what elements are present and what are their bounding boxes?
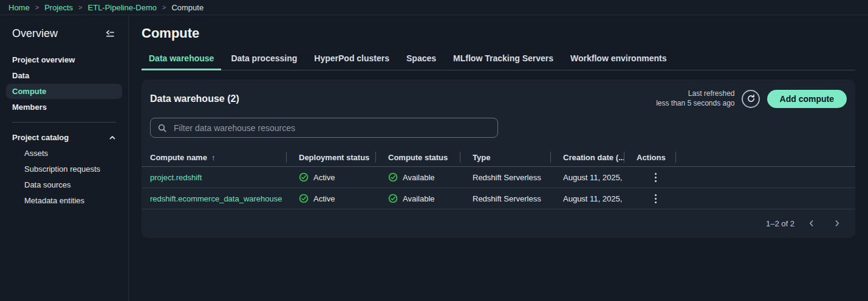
column-header-deployment-status[interactable]: Deployment status xyxy=(287,148,376,166)
column-header-spacer xyxy=(676,148,855,166)
tab-data-warehouse[interactable]: Data warehouse xyxy=(142,51,221,70)
sidebar-item-label: Assets xyxy=(24,149,48,158)
deployment-status-text: Active xyxy=(313,194,335,203)
breadcrumb-projects-link[interactable]: Projects xyxy=(44,3,73,12)
last-refreshed-text: Last refreshed less than 5 seconds ago xyxy=(656,89,734,108)
column-label: Actions xyxy=(637,153,666,162)
compute-status-text: Available xyxy=(403,194,435,203)
sidebar-item-data-sources[interactable]: Data sources xyxy=(6,177,122,192)
creation-date-cell: August 11, 2025, 06: xyxy=(551,173,624,182)
sidebar-item-assets[interactable]: Assets xyxy=(6,146,122,161)
breadcrumb-separator-icon: > xyxy=(35,4,39,11)
filter-container xyxy=(150,118,498,138)
column-header-compute-name[interactable]: Compute name ↑ xyxy=(142,148,287,166)
success-status-icon xyxy=(299,172,309,182)
sidebar-item-label: Project overview xyxy=(12,55,75,64)
column-label: Creation date (... xyxy=(563,153,624,162)
search-icon xyxy=(158,124,166,132)
breadcrumb-current-page: Compute xyxy=(171,3,203,12)
type-cell: Redshift Serverless xyxy=(460,173,551,182)
sort-ascending-icon[interactable]: ↑ xyxy=(211,153,216,162)
chevron-right-icon xyxy=(833,220,841,227)
next-page-button[interactable] xyxy=(829,217,846,229)
success-status-icon xyxy=(299,194,309,203)
table-header-row: Compute name ↑ Deployment status Compute… xyxy=(142,148,855,167)
type-cell: Redshift Serverless xyxy=(460,194,551,203)
collapse-panel-icon xyxy=(105,29,115,39)
tab-hyperpod-clusters[interactable]: HyperPod clusters xyxy=(307,51,397,70)
sidebar-item-compute[interactable]: Compute xyxy=(6,84,122,99)
collapse-sidebar-button[interactable] xyxy=(104,28,116,40)
breadcrumb-separator-icon: > xyxy=(78,4,82,11)
column-header-actions[interactable]: Actions xyxy=(624,148,676,166)
success-status-icon xyxy=(388,194,398,203)
sidebar-divider xyxy=(12,122,116,123)
sidebar-item-label: Data sources xyxy=(24,180,71,189)
column-label: Deployment status xyxy=(299,153,369,162)
sidebar-item-label: Members xyxy=(12,103,47,112)
sidebar-section-label: Project catalog xyxy=(12,133,69,142)
chevron-left-icon xyxy=(808,220,815,227)
row-actions-kebab-button[interactable] xyxy=(651,191,660,207)
sidebar-item-metadata-entities[interactable]: Metadata entities xyxy=(6,193,122,208)
sidebar-item-label: Compute xyxy=(12,87,46,96)
breadcrumb-separator-icon: > xyxy=(162,4,166,11)
row-actions-kebab-button[interactable] xyxy=(651,169,660,186)
page-title: Compute xyxy=(142,25,855,41)
sidebar-section-project-catalog[interactable]: Project catalog xyxy=(6,130,122,145)
tab-spaces[interactable]: Spaces xyxy=(399,51,443,70)
data-warehouse-panel: Data warehouse (2) Last refreshed less t… xyxy=(142,79,855,238)
add-compute-button[interactable]: Add compute xyxy=(767,90,847,108)
column-label: Compute status xyxy=(388,153,448,162)
last-refreshed-line1: Last refreshed xyxy=(656,89,734,99)
sidebar-item-members[interactable]: Members xyxy=(6,100,122,115)
pagination-label: 1–2 of 2 xyxy=(766,219,795,228)
breadcrumb-home-link[interactable]: Home xyxy=(9,3,30,12)
tab-bar: Data warehouse Data processing HyperPod … xyxy=(142,51,855,70)
column-label: Type xyxy=(473,153,490,162)
success-status-icon xyxy=(388,172,398,182)
filter-input[interactable] xyxy=(173,123,490,134)
column-header-compute-status[interactable]: Compute status xyxy=(376,148,460,166)
sidebar-item-data[interactable]: Data xyxy=(6,68,122,83)
sidebar: Overview Project overview Data Compute M… xyxy=(0,15,129,301)
tab-data-processing[interactable]: Data processing xyxy=(224,51,304,70)
chevron-up-icon xyxy=(109,134,116,141)
compute-name-link[interactable]: project.redshift xyxy=(150,173,202,182)
table-row: redshift.ecommerce_data_warehouse Active xyxy=(142,188,855,209)
sidebar-item-project-overview[interactable]: Project overview xyxy=(6,52,122,67)
breadcrumb-project-name-link[interactable]: ETL-Pipeline-Demo xyxy=(88,3,157,12)
breadcrumb: Home > Projects > ETL-Pipeline-Demo > Co… xyxy=(0,0,868,15)
column-header-type[interactable]: Type xyxy=(460,148,551,166)
last-refreshed-line2: less than 5 seconds ago xyxy=(656,99,734,109)
refresh-icon xyxy=(747,94,756,103)
pagination: 1–2 of 2 xyxy=(142,209,855,235)
column-label: Compute name xyxy=(150,153,207,162)
sidebar-title: Overview xyxy=(12,27,58,40)
sidebar-item-label: Subscription requests xyxy=(24,164,100,174)
main-content: Compute Data warehouse Data processing H… xyxy=(129,15,868,301)
tab-workflow-environments[interactable]: Workflow environments xyxy=(563,51,674,70)
sidebar-item-label: Metadata entities xyxy=(24,196,84,205)
deployment-status-text: Active xyxy=(313,173,335,182)
panel-title: Data warehouse (2) xyxy=(150,93,656,104)
column-header-creation-date[interactable]: Creation date (... xyxy=(551,148,624,166)
compute-name-link[interactable]: redshift.ecommerce_data_warehouse xyxy=(150,194,282,203)
sidebar-item-subscription-requests[interactable]: Subscription requests xyxy=(6,161,122,177)
tab-mlflow-tracking-servers[interactable]: MLflow Tracking Servers xyxy=(446,51,561,70)
kebab-icon xyxy=(655,194,657,196)
creation-date-cell: August 11, 2025, 19: xyxy=(551,194,624,203)
kebab-icon xyxy=(655,173,657,175)
refresh-button[interactable] xyxy=(742,90,760,108)
sidebar-item-label: Data xyxy=(12,71,29,80)
previous-page-button[interactable] xyxy=(803,217,820,229)
table-row: project.redshift Active xyxy=(142,167,855,188)
compute-status-text: Available xyxy=(403,173,435,182)
